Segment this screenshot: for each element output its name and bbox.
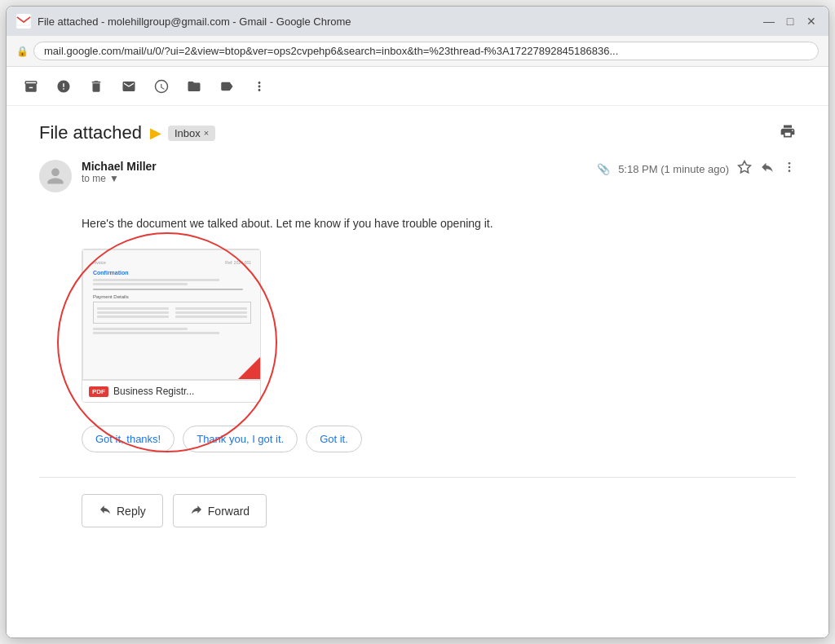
attachment-doc-thumbnail: Invoice Ref: 2024-001 Confirmation Payme…	[82, 249, 261, 380]
reply-button-label: Reply	[117, 505, 146, 518]
pdf-badge: PDF	[89, 386, 108, 397]
sender-to-chevron: ▼	[109, 173, 119, 184]
sender-to[interactable]: to me ▼	[82, 173, 597, 184]
attachment-filename: Business Registr...	[113, 386, 194, 397]
smart-reply-1[interactable]: Got it, thanks!	[82, 426, 175, 452]
smart-reply-3[interactable]: Got it.	[306, 426, 362, 452]
title-bar: File attached - molehillgroup@gmail.com …	[7, 7, 828, 36]
email-meta: 📎 5:18 PM (1 minute ago)	[597, 160, 796, 178]
reply-btn-icon	[99, 503, 112, 518]
attachment-preview[interactable]: Invoice Ref: 2024-001 Confirmation Payme…	[82, 249, 261, 403]
svg-point-2	[789, 166, 791, 169]
attachment-area: Invoice Ref: 2024-001 Confirmation Payme…	[39, 249, 796, 406]
email-subject: File attached	[39, 122, 142, 143]
attachment-label: PDF Business Registr...	[82, 380, 260, 402]
mark-unread-icon[interactable]	[117, 75, 140, 98]
email-content: File attached ▶ Inbox × Michael Miller t…	[7, 106, 828, 637]
browser-title: File attached - molehillgroup@gmail.com …	[38, 15, 762, 28]
move-to-icon[interactable]	[183, 75, 205, 98]
address-bar: 🔒 mail.google.com/mail/u/0/?ui=2&view=bt…	[7, 36, 828, 67]
attachment-corner-fold	[238, 356, 261, 379]
forward-button[interactable]: Forward	[173, 494, 267, 527]
reply-button[interactable]: Reply	[82, 494, 163, 527]
email-header: Michael Miller to me ▼ 📎 5:18 PM (1 minu…	[39, 160, 796, 202]
archive-icon[interactable]	[20, 75, 42, 98]
attachment-wrapper: Invoice Ref: 2024-001 Confirmation Payme…	[82, 249, 261, 403]
svg-rect-0	[16, 14, 31, 29]
sender-info: Michael Miller to me ▼	[82, 160, 597, 184]
print-icon[interactable]	[780, 123, 796, 143]
email-divider	[39, 477, 796, 478]
sender-name: Michael Miller	[82, 160, 597, 173]
window-controls[interactable]: — □ ✕	[762, 14, 819, 29]
delete-icon[interactable]	[85, 75, 108, 98]
more-options-icon[interactable]	[248, 75, 271, 98]
gmail-favicon	[16, 14, 31, 29]
lock-icon: 🔒	[16, 46, 29, 57]
more-icon[interactable]	[783, 161, 796, 177]
report-spam-icon[interactable]	[52, 75, 75, 98]
smart-replies: Got it, thanks! Thank you, I got it. Got…	[39, 426, 796, 452]
svg-point-3	[789, 170, 791, 172]
email-body: Here's the document we talked about. Let…	[39, 215, 796, 232]
url-input[interactable]: mail.google.com/mail/u/0/?ui=2&view=btop…	[33, 42, 819, 60]
action-buttons: Reply Forward	[39, 494, 796, 527]
subject-row: File attached ▶ Inbox ×	[39, 122, 796, 143]
snooze-icon[interactable]	[150, 75, 173, 98]
sender-avatar	[39, 160, 72, 192]
close-button[interactable]: ✕	[804, 14, 819, 29]
maximize-button[interactable]: □	[783, 14, 797, 29]
browser-window: File attached - molehillgroup@gmail.com …	[6, 6, 829, 638]
star-icon[interactable]	[737, 160, 752, 178]
minimize-button[interactable]: —	[762, 14, 776, 29]
forward-btn-icon	[190, 503, 203, 518]
reply-icon[interactable]	[760, 160, 775, 178]
gmail-toolbar	[7, 67, 828, 106]
email-body-text: Here's the document we talked about. Let…	[82, 215, 796, 232]
forward-button-label: Forward	[208, 505, 250, 518]
email-timestamp: 5:18 PM (1 minute ago)	[618, 163, 729, 175]
label-icon[interactable]	[215, 75, 238, 98]
svg-point-1	[789, 162, 791, 165]
inbox-label: Inbox	[175, 127, 201, 139]
subject-arrow-icon: ▶	[150, 124, 161, 142]
attachment-indicator-icon: 📎	[597, 163, 610, 175]
inbox-badge: Inbox ×	[168, 126, 215, 141]
inbox-badge-close[interactable]: ×	[204, 128, 209, 138]
smart-reply-2[interactable]: Thank you, I got it.	[183, 426, 298, 452]
